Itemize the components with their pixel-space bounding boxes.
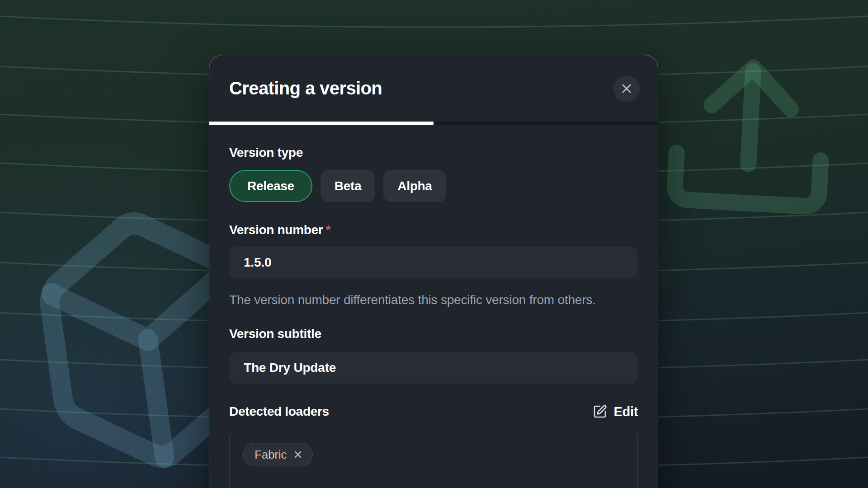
detected-loaders-row: Detected loaders Edit <box>229 404 638 419</box>
remove-loader-button[interactable] <box>292 449 303 460</box>
version-subtitle-input[interactable] <box>229 352 638 384</box>
edit-loaders-button[interactable]: Edit <box>593 404 638 419</box>
edit-label: Edit <box>613 404 638 419</box>
version-number-label: Version number* <box>229 222 638 238</box>
required-asterisk: * <box>326 223 330 237</box>
version-type-options: Release Beta Alpha <box>229 170 638 202</box>
page-background: Creating a version Version type Release … <box>0 0 868 488</box>
close-icon <box>620 82 633 95</box>
modal-title: Creating a version <box>229 78 382 99</box>
version-type-label: Version type <box>229 145 638 160</box>
version-subtitle-label: Version subtitle <box>229 326 638 342</box>
version-type-option-beta[interactable]: Beta <box>321 170 376 202</box>
close-button[interactable] <box>613 75 640 102</box>
create-version-modal: Creating a version Version type Release … <box>209 55 658 488</box>
x-icon <box>292 449 303 460</box>
edit-icon <box>593 404 607 419</box>
modal-header: Creating a version <box>209 55 658 122</box>
upload-arrow-icon <box>659 45 840 234</box>
version-number-input[interactable] <box>229 247 638 278</box>
loader-chip-fabric: Fabric <box>243 443 313 466</box>
version-type-option-alpha[interactable]: Alpha <box>383 170 446 202</box>
detected-loaders-label: Detected loaders <box>229 404 329 419</box>
loader-chip-label: Fabric <box>255 448 287 462</box>
progress-bar <box>209 122 658 125</box>
modal-body: Version type Release Beta Alpha Version … <box>209 145 658 488</box>
version-type-option-release[interactable]: Release <box>229 170 312 202</box>
detected-loaders-container: Fabric <box>229 430 638 488</box>
version-number-helper-text: The version number differentiates this s… <box>229 290 618 310</box>
progress-fill <box>209 122 434 125</box>
